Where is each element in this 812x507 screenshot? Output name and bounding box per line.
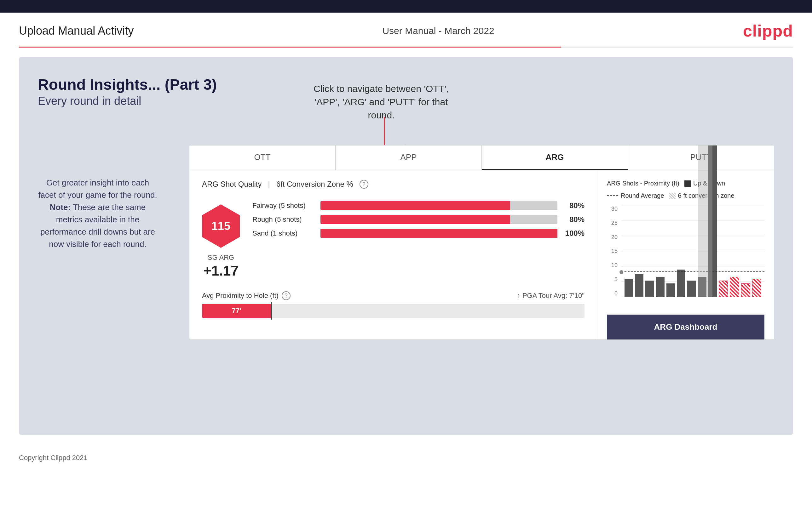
proximity-bar-fill: 77' — [202, 304, 271, 318]
tall-bar-overlay — [698, 145, 712, 297]
y-axis: 30 25 20 15 10 5 0 — [607, 206, 619, 297]
avg-line-dot — [619, 270, 623, 274]
copyright-text: Copyright Clippd 2021 — [19, 454, 88, 462]
bar-fill-rough — [320, 215, 510, 224]
bar-label-rough: Rough (5 shots) — [252, 215, 315, 224]
proximity-help-icon[interactable]: ? — [282, 291, 291, 300]
legend-square-dark — [684, 180, 691, 187]
proximity-header: Avg Proximity to Hole (ft) ? ↑ PGA Tour … — [202, 291, 585, 300]
sg-arg-label: SG ARG — [208, 253, 234, 262]
chart-bar-7 — [687, 281, 696, 297]
bar-row-fairway: Fairway (5 shots) 80% — [252, 201, 585, 210]
chart-area: 30 25 20 15 10 5 0 — [607, 206, 764, 306]
legend-label-round-avg: Round Average — [621, 192, 664, 199]
bar-fill-sand — [320, 229, 557, 238]
bar-track-fairway — [320, 201, 557, 210]
legend-dashed — [607, 195, 618, 196]
bar-label-sand: Sand (1 shots) — [252, 229, 315, 237]
y-30: 30 — [611, 206, 618, 212]
hexagon-section: 115 SG ARG +1.17 — [202, 204, 240, 279]
top-bar — [0, 0, 812, 13]
bar-pct-rough: 80% — [562, 215, 585, 224]
sg-arg-value: +1.17 — [203, 263, 238, 279]
panel-body: ARG Shot Quality | 6ft Conversion Zone %… — [189, 170, 774, 339]
chart-bar-2 — [635, 274, 644, 297]
bar-label-fairway: Fairway (5 shots) — [252, 202, 315, 210]
tab-arg[interactable]: ARG — [482, 146, 628, 170]
chart-bar-hatched-4 — [752, 279, 761, 297]
proximity-cursor — [271, 302, 272, 320]
header-divider — [19, 47, 793, 48]
chart-title: ARG Shots - Proximity (ft) — [607, 180, 679, 187]
y-10: 10 — [611, 262, 618, 269]
avg-line: 8 — [621, 272, 764, 272]
conversion-bars: Fairway (5 shots) 80% Rough (5 shots) — [252, 201, 585, 243]
bar-pct-fairway: 80% — [562, 201, 585, 210]
chart-bar-5 — [666, 283, 675, 297]
clippd-logo: clippd — [743, 21, 793, 40]
chart-bar-hatched-2 — [730, 277, 739, 297]
arg-dashboard-button[interactable]: ARG Dashboard — [607, 315, 764, 339]
bar-row-sand: Sand (1 shots) 100% — [252, 229, 585, 238]
chart-bar-hatched-3 — [741, 283, 750, 297]
tab-app[interactable]: APP — [336, 146, 482, 170]
chart-bar-1 — [624, 279, 633, 297]
bar-pct-sand: 100% — [562, 229, 585, 238]
left-desc-part1: Get greater insight into each facet of y… — [38, 178, 157, 200]
help-icon[interactable]: ? — [359, 180, 368, 189]
left-note: Note: — [50, 203, 70, 212]
y-15: 15 — [611, 248, 618, 255]
main-content: Round Insights... (Part 3) Every round i… — [19, 57, 793, 435]
legend-round-avg: Round Average — [607, 192, 664, 199]
chart-bar-6 — [677, 270, 685, 297]
chart-header: ARG Shots - Proximity (ft) Up & Down Rou… — [607, 180, 764, 199]
panel-left: ARG Shot Quality | 6ft Conversion Zone %… — [189, 170, 597, 339]
pga-avg-label: ↑ PGA Tour Avg: 7'10" — [517, 292, 585, 300]
footer: Copyright Clippd 2021 — [0, 444, 812, 471]
bar-fill-fairway — [320, 201, 510, 210]
bar-row-rough: Rough (5 shots) 80% — [252, 215, 585, 224]
tab-bar: OTT APP ARG PUTT — [189, 146, 774, 170]
shot-quality-header: ARG Shot Quality | 6ft Conversion Zone %… — [202, 180, 585, 189]
chart-bar-4 — [656, 277, 665, 297]
legend-square-hatched — [669, 193, 675, 199]
upload-label: Upload Manual Activity — [19, 24, 134, 38]
y-5: 5 — [614, 276, 618, 283]
bar-track-sand — [320, 229, 557, 238]
doc-title: User Manual - March 2022 — [382, 25, 494, 36]
bars-container — [621, 206, 764, 297]
proximity-bar-track: 77' — [202, 304, 585, 318]
avg-value-label: 8 — [774, 268, 774, 276]
proximity-section: Avg Proximity to Hole (ft) ? ↑ PGA Tour … — [202, 291, 585, 318]
tab-ott[interactable]: OTT — [189, 146, 336, 170]
shot-quality-title: ARG Shot Quality — [202, 180, 261, 189]
y-25: 25 — [611, 220, 618, 226]
conversion-title: 6ft Conversion Zone % — [276, 180, 353, 189]
chart-bar-hatched-1 — [719, 281, 728, 297]
round-insights-panel: OTT APP ARG PUTT ARG Shot Quality | 6ft … — [189, 145, 774, 340]
panel-right: ARG Shots - Proximity (ft) Up & Down Rou… — [597, 170, 774, 339]
y-0: 0 — [614, 290, 618, 297]
left-description: Get greater insight into each facet of y… — [38, 177, 158, 250]
header: Upload Manual Activity User Manual - Mar… — [0, 13, 812, 47]
y-20: 20 — [611, 234, 618, 240]
chart-plot: 8 — [621, 206, 764, 297]
header-left: Upload Manual Activity — [19, 24, 134, 38]
bar-track-rough — [320, 215, 557, 224]
proximity-title: Avg Proximity to Hole (ft) — [202, 292, 278, 300]
arg-score-hexagon: 115 — [202, 204, 240, 248]
chart-bar-3 — [645, 281, 654, 297]
